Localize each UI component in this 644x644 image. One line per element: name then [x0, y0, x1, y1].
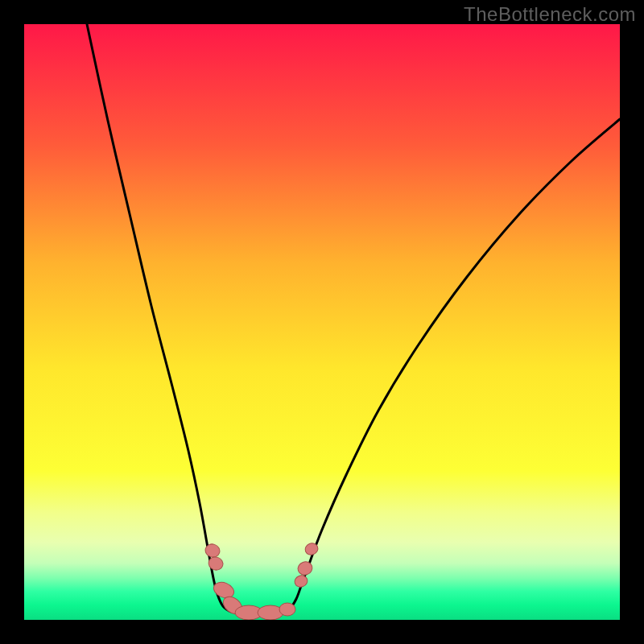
chart-svg: [24, 24, 620, 620]
marker: [279, 603, 295, 616]
plot-area: [24, 24, 620, 620]
watermark-text: TheBottleneck.com: [464, 3, 636, 26]
outer-black-frame: TheBottleneck.com: [0, 0, 644, 644]
